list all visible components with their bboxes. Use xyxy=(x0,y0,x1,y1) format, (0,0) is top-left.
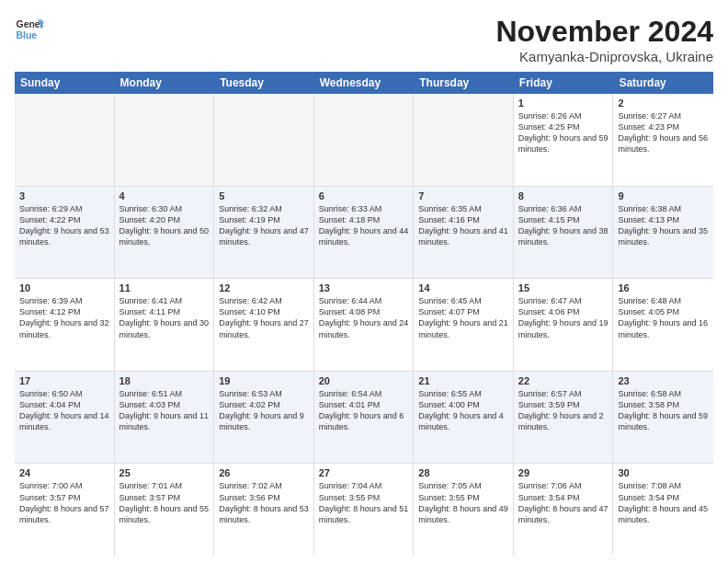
calendar-cell xyxy=(214,94,314,186)
day-detail: Sunrise: 6:32 AMSunset: 4:19 PMDaylight:… xyxy=(219,203,309,248)
day-detail: Sunrise: 6:38 AMSunset: 4:13 PMDaylight:… xyxy=(618,203,709,248)
calendar-cell: 21Sunrise: 6:55 AMSunset: 4:00 PMDayligh… xyxy=(414,372,514,464)
day-number: 13 xyxy=(319,282,409,293)
calendar-cell xyxy=(15,94,115,186)
day-number: 2 xyxy=(618,98,709,109)
calendar-cell: 22Sunrise: 6:57 AMSunset: 3:59 PMDayligh… xyxy=(514,372,614,464)
calendar-week-3: 10Sunrise: 6:39 AMSunset: 4:12 PMDayligh… xyxy=(15,279,713,372)
calendar-header: Sunday Monday Tuesday Wednesday Thursday… xyxy=(15,72,713,94)
calendar-cell xyxy=(414,94,514,186)
calendar-cell: 11Sunrise: 6:41 AMSunset: 4:11 PMDayligh… xyxy=(115,279,215,371)
day-number: 3 xyxy=(19,190,109,201)
calendar-cell: 25Sunrise: 7:01 AMSunset: 3:57 PMDayligh… xyxy=(115,464,215,556)
day-number: 23 xyxy=(618,375,709,386)
day-number: 22 xyxy=(518,375,609,386)
calendar-cell: 29Sunrise: 7:06 AMSunset: 3:54 PMDayligh… xyxy=(514,464,614,556)
page-subtitle: Kamyanka-Dniprovska, Ukraine xyxy=(495,49,713,64)
header: General Blue November 2024 Kamyanka-Dnip… xyxy=(15,15,713,64)
day-number: 21 xyxy=(418,375,508,386)
calendar-cell: 3Sunrise: 6:29 AMSunset: 4:22 PMDaylight… xyxy=(15,187,115,279)
day-number: 14 xyxy=(418,282,508,293)
logo-icon: General Blue xyxy=(15,15,44,44)
day-detail: Sunrise: 7:08 AMSunset: 3:54 PMDaylight:… xyxy=(618,480,709,525)
col-tuesday: Tuesday xyxy=(214,72,314,94)
svg-text:Blue: Blue xyxy=(17,30,38,40)
day-number: 25 xyxy=(119,467,210,478)
day-detail: Sunrise: 6:30 AMSunset: 4:20 PMDaylight:… xyxy=(119,203,210,248)
calendar-cell: 12Sunrise: 6:42 AMSunset: 4:10 PMDayligh… xyxy=(214,279,314,371)
day-number: 15 xyxy=(518,282,609,293)
calendar-cell: 2Sunrise: 6:27 AMSunset: 4:23 PMDaylight… xyxy=(613,94,713,186)
col-friday: Friday xyxy=(514,72,614,94)
day-detail: Sunrise: 7:04 AMSunset: 3:55 PMDaylight:… xyxy=(319,480,409,525)
page: General Blue November 2024 Kamyanka-Dnip… xyxy=(0,0,728,563)
day-detail: Sunrise: 7:06 AMSunset: 3:54 PMDaylight:… xyxy=(518,480,609,525)
calendar-cell: 23Sunrise: 6:58 AMSunset: 3:58 PMDayligh… xyxy=(613,372,713,464)
day-detail: Sunrise: 6:50 AMSunset: 4:04 PMDaylight:… xyxy=(19,388,109,433)
day-number: 18 xyxy=(119,375,210,386)
day-number: 6 xyxy=(319,190,409,201)
calendar-cell: 13Sunrise: 6:44 AMSunset: 4:08 PMDayligh… xyxy=(314,279,415,371)
day-number: 28 xyxy=(418,467,508,478)
day-detail: Sunrise: 6:51 AMSunset: 4:03 PMDaylight:… xyxy=(119,388,210,433)
day-detail: Sunrise: 6:55 AMSunset: 4:00 PMDaylight:… xyxy=(418,388,508,433)
calendar-cell: 14Sunrise: 6:45 AMSunset: 4:07 PMDayligh… xyxy=(414,279,514,371)
day-detail: Sunrise: 6:54 AMSunset: 4:01 PMDaylight:… xyxy=(319,388,409,433)
calendar-body: 1Sunrise: 6:26 AMSunset: 4:25 PMDaylight… xyxy=(15,94,713,556)
day-detail: Sunrise: 6:44 AMSunset: 4:08 PMDaylight:… xyxy=(319,295,409,340)
calendar-cell: 30Sunrise: 7:08 AMSunset: 3:54 PMDayligh… xyxy=(613,464,713,556)
day-number: 10 xyxy=(19,282,109,293)
calendar-cell: 15Sunrise: 6:47 AMSunset: 4:06 PMDayligh… xyxy=(514,279,614,371)
day-number: 29 xyxy=(518,467,609,478)
calendar-cell: 24Sunrise: 7:00 AMSunset: 3:57 PMDayligh… xyxy=(15,464,115,556)
col-thursday: Thursday xyxy=(414,72,514,94)
day-number: 27 xyxy=(319,467,409,478)
calendar-week-4: 17Sunrise: 6:50 AMSunset: 4:04 PMDayligh… xyxy=(15,372,713,465)
day-detail: Sunrise: 6:35 AMSunset: 4:16 PMDaylight:… xyxy=(418,203,508,248)
calendar-cell: 17Sunrise: 6:50 AMSunset: 4:04 PMDayligh… xyxy=(15,372,115,464)
calendar-cell: 4Sunrise: 6:30 AMSunset: 4:20 PMDaylight… xyxy=(115,187,215,279)
day-number: 1 xyxy=(518,98,609,109)
page-title: November 2024 xyxy=(495,15,713,49)
day-detail: Sunrise: 6:57 AMSunset: 3:59 PMDaylight:… xyxy=(518,388,609,433)
calendar-cell xyxy=(115,94,215,186)
calendar-cell: 7Sunrise: 6:35 AMSunset: 4:16 PMDaylight… xyxy=(414,187,514,279)
day-number: 26 xyxy=(219,467,309,478)
calendar-cell: 9Sunrise: 6:38 AMSunset: 4:13 PMDaylight… xyxy=(613,187,713,279)
calendar-cell: 26Sunrise: 7:02 AMSunset: 3:56 PMDayligh… xyxy=(214,464,314,556)
calendar-cell: 18Sunrise: 6:51 AMSunset: 4:03 PMDayligh… xyxy=(115,372,215,464)
calendar-cell: 5Sunrise: 6:32 AMSunset: 4:19 PMDaylight… xyxy=(214,187,314,279)
day-number: 24 xyxy=(19,467,109,478)
day-number: 12 xyxy=(219,282,309,293)
logo: General Blue xyxy=(15,15,44,44)
calendar-cell: 10Sunrise: 6:39 AMSunset: 4:12 PMDayligh… xyxy=(15,279,115,371)
day-detail: Sunrise: 6:42 AMSunset: 4:10 PMDaylight:… xyxy=(219,295,309,340)
day-number: 7 xyxy=(418,190,508,201)
day-detail: Sunrise: 6:33 AMSunset: 4:18 PMDaylight:… xyxy=(319,203,409,248)
day-detail: Sunrise: 7:02 AMSunset: 3:56 PMDaylight:… xyxy=(219,480,309,525)
day-detail: Sunrise: 6:29 AMSunset: 4:22 PMDaylight:… xyxy=(19,203,109,248)
day-number: 8 xyxy=(518,190,609,201)
day-number: 30 xyxy=(618,467,709,478)
day-number: 20 xyxy=(319,375,409,386)
calendar-cell: 1Sunrise: 6:26 AMSunset: 4:25 PMDaylight… xyxy=(514,94,614,186)
day-detail: Sunrise: 6:39 AMSunset: 4:12 PMDaylight:… xyxy=(19,295,109,340)
calendar-cell: 6Sunrise: 6:33 AMSunset: 4:18 PMDaylight… xyxy=(314,187,415,279)
day-detail: Sunrise: 6:45 AMSunset: 4:07 PMDaylight:… xyxy=(418,295,508,340)
day-number: 16 xyxy=(618,282,709,293)
day-number: 4 xyxy=(119,190,210,201)
day-detail: Sunrise: 6:41 AMSunset: 4:11 PMDaylight:… xyxy=(119,295,210,340)
calendar-week-1: 1Sunrise: 6:26 AMSunset: 4:25 PMDaylight… xyxy=(15,94,713,187)
col-saturday: Saturday xyxy=(613,72,713,94)
col-monday: Monday xyxy=(115,72,215,94)
day-number: 19 xyxy=(219,375,309,386)
day-detail: Sunrise: 7:00 AMSunset: 3:57 PMDaylight:… xyxy=(19,480,109,525)
title-block: November 2024 Kamyanka-Dniprovska, Ukrai… xyxy=(495,15,713,64)
day-detail: Sunrise: 6:58 AMSunset: 3:58 PMDaylight:… xyxy=(618,388,709,433)
day-detail: Sunrise: 6:53 AMSunset: 4:02 PMDaylight:… xyxy=(219,388,309,433)
calendar-cell xyxy=(314,94,415,186)
calendar-cell: 27Sunrise: 7:04 AMSunset: 3:55 PMDayligh… xyxy=(314,464,415,556)
day-number: 11 xyxy=(119,282,210,293)
day-detail: Sunrise: 6:48 AMSunset: 4:05 PMDaylight:… xyxy=(618,295,709,340)
calendar-week-2: 3Sunrise: 6:29 AMSunset: 4:22 PMDaylight… xyxy=(15,187,713,280)
